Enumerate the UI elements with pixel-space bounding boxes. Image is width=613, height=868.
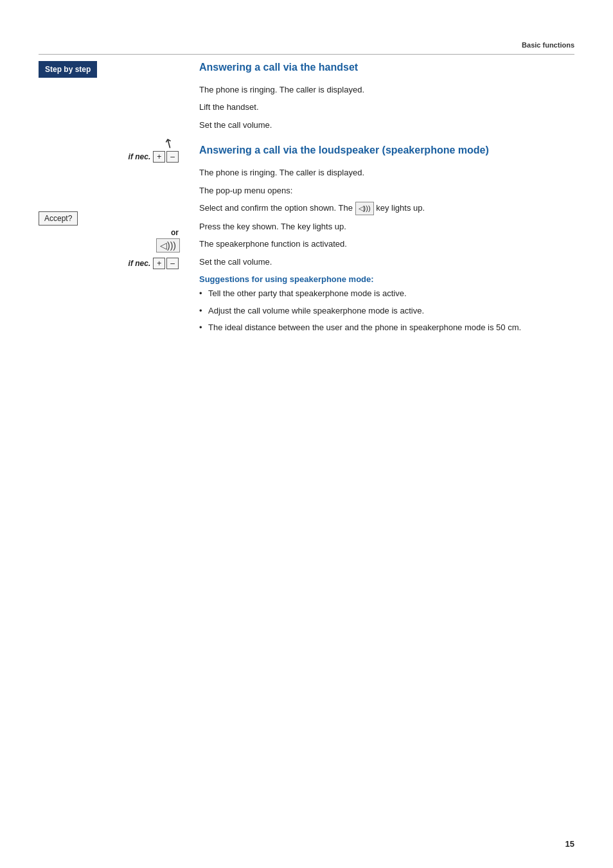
page-number: 15 (565, 839, 574, 849)
left-items: ↗ if nec. + – Accept? or ◁))) (39, 84, 180, 279)
or-label: or (39, 228, 179, 237)
left-group-2: Accept? or ◁))) if nec. + – (39, 211, 180, 269)
section-2-line2: The pop-up menu opens: (199, 184, 574, 197)
if-nec-label-1: if nec. (129, 152, 151, 161)
speaker-btn-row: ◁))) (39, 238, 180, 252)
section-1-line2: Lift the handset. (199, 101, 574, 114)
speaker-icon[interactable]: ◁))) (156, 238, 180, 252)
suggestions-list: Tell the other party that speakerphone m… (199, 288, 574, 333)
header-label: Basic functions (0, 39, 613, 54)
suggestions-title: Suggestions for using speakerphone mode: (199, 274, 574, 284)
section-1-line3: Set the call volume. (199, 119, 574, 132)
section-1-line1: The phone is ringing. The caller is disp… (199, 84, 574, 96)
if-nec-label-2: if nec. (129, 259, 151, 268)
minus-button-1[interactable]: – (166, 151, 179, 163)
section-1: Answering a call via the handset The pho… (199, 61, 574, 131)
section-1-title: Answering a call via the handset (199, 61, 574, 75)
section-2-line3: Select and confirm the option shown. The… (199, 202, 574, 215)
section-2-line3-part2: key lights up. (376, 203, 425, 213)
suggestion-item-3: The ideal distance between the user and … (199, 322, 574, 333)
suggestion-item-2: Adjust the call volume while speakerphon… (199, 305, 574, 317)
page-container: Basic functions Step by step ↗ if nec. +… (0, 0, 613, 868)
vol-row-1: if nec. + – (39, 151, 180, 163)
section-2-line6: Set the call volume. (199, 256, 574, 269)
accept-row: Accept? (39, 211, 180, 226)
handset-icon: ↗ (161, 134, 178, 152)
plus-button-2[interactable]: + (153, 258, 165, 269)
accept-box[interactable]: Accept? (39, 211, 78, 226)
content-area: Step by step ↗ if nec. + – Acc (39, 61, 574, 339)
step-by-step-box: Step by step (39, 61, 97, 78)
left-group-1: ↗ if nec. + – (39, 136, 180, 163)
suggestions-section: Suggestions for using speakerphone mode:… (199, 274, 574, 333)
minus-button-2[interactable]: – (166, 258, 179, 269)
section-2-line1: The phone is ringing. The caller is disp… (199, 166, 574, 179)
right-column: Answering a call via the handset The pho… (180, 61, 574, 339)
section-2-line5: The speakerphone function is activated. (199, 238, 574, 251)
header-rule (39, 54, 574, 55)
section-2-line3-part1: Select and confirm the option shown. The (199, 203, 353, 213)
vol-row-2: if nec. + – (39, 258, 180, 269)
section-2-title: Answering a call via the loudspeaker (sp… (199, 144, 574, 157)
speaker-key-inline: ◁))) (355, 202, 374, 215)
section-2-line4: Press the key shown. The key lights up. (199, 220, 574, 233)
handset-icon-row: ↗ (39, 136, 180, 151)
left-column: Step by step ↗ if nec. + – Acc (39, 61, 180, 339)
plus-button-1[interactable]: + (153, 151, 165, 163)
section-2: Answering a call via the loudspeaker (sp… (199, 144, 574, 268)
suggestion-item-1: Tell the other party that speakerphone m… (199, 288, 574, 299)
